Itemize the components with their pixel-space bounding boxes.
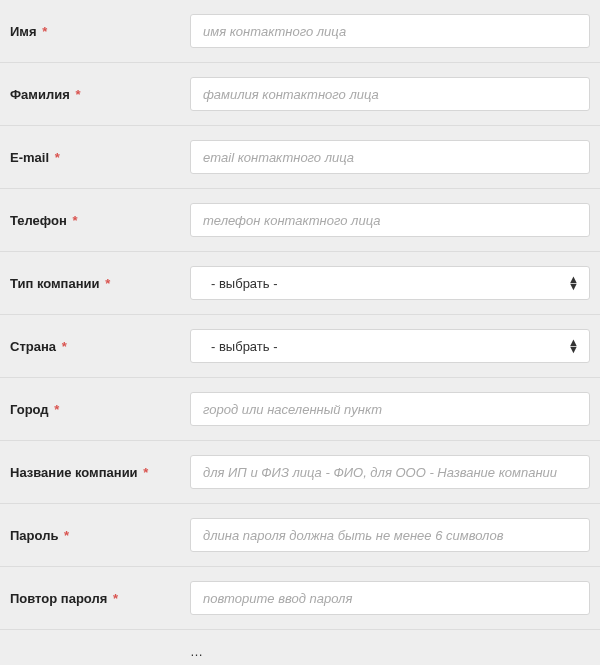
label-company-type: Тип компании * xyxy=(10,276,190,291)
label-password-confirm: Повтор пароля * xyxy=(10,591,190,606)
registration-form: Имя * Фамилия * E-mail * Телефон * Тип к… xyxy=(0,0,600,665)
row-company-name: Название компании * xyxy=(0,441,600,504)
row-email: E-mail * xyxy=(0,126,600,189)
first-name-input[interactable] xyxy=(190,14,590,48)
row-company-type: Тип компании * - выбрать - ▲▼ xyxy=(0,252,600,315)
company-name-input[interactable] xyxy=(190,455,590,489)
label-city: Город * xyxy=(10,402,190,417)
label-email: E-mail * xyxy=(10,150,190,165)
row-password-confirm: Повтор пароля * xyxy=(0,567,600,630)
row-password: Пароль * xyxy=(0,504,600,567)
label-last-name: Фамилия * xyxy=(10,87,190,102)
label-first-name: Имя * xyxy=(10,24,190,39)
last-name-input[interactable] xyxy=(190,77,590,111)
country-select[interactable]: - выбрать - xyxy=(190,329,590,363)
label-phone: Телефон * xyxy=(10,213,190,228)
label-password: Пароль * xyxy=(10,528,190,543)
captcha-placeholder: … xyxy=(190,644,203,659)
email-input[interactable] xyxy=(190,140,590,174)
row-first-name: Имя * xyxy=(0,0,600,63)
row-city: Город * xyxy=(0,378,600,441)
row-last-name: Фамилия * xyxy=(0,63,600,126)
phone-input[interactable] xyxy=(190,203,590,237)
password-input[interactable] xyxy=(190,518,590,552)
label-country: Страна * xyxy=(10,339,190,354)
label-company-name: Название компании * xyxy=(10,465,190,480)
row-captcha: … xyxy=(0,630,600,665)
row-phone: Телефон * xyxy=(0,189,600,252)
city-input[interactable] xyxy=(190,392,590,426)
row-country: Страна * - выбрать - ▲▼ xyxy=(0,315,600,378)
password-confirm-input[interactable] xyxy=(190,581,590,615)
company-type-select[interactable]: - выбрать - xyxy=(190,266,590,300)
